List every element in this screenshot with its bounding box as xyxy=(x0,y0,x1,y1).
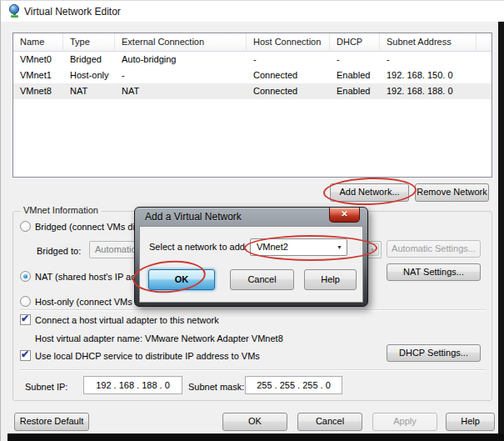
table-header: Name Type External Connection Host Conne… xyxy=(13,33,492,52)
host-only-label: Host-only (connect VMs i xyxy=(35,297,137,307)
remove-network-button[interactable]: Remove Network xyxy=(415,183,489,202)
dialog-title: Add a Virtual Network xyxy=(145,211,242,223)
separator xyxy=(20,309,487,311)
window-edge-bottom xyxy=(7,433,504,441)
network-select-combobox[interactable]: VMnet2 ▼ xyxy=(250,238,347,256)
add-network-button[interactable]: Add Network... xyxy=(330,183,409,202)
cancel-button[interactable]: Cancel xyxy=(297,413,362,431)
nat-settings-button[interactable]: NAT Settings... xyxy=(387,263,481,281)
subnet-mask-label: Subnet mask: xyxy=(188,382,244,392)
subnet-mask-input[interactable]: 255 . 255 . 255 . 0 xyxy=(245,376,342,394)
dialog-body: Select a network to add: VMnet2 ▼ OK Can… xyxy=(139,226,363,303)
table-row-vmnet1[interactable]: VMnet1 Host-only - Connected Enabled 192… xyxy=(13,68,492,83)
close-button[interactable]: ✕ xyxy=(329,208,360,223)
col-host-connection[interactable]: Host Connection xyxy=(247,33,330,52)
dialog-cancel-button[interactable]: Cancel xyxy=(230,269,294,290)
titlebar: Virtual Network Editor xyxy=(1,1,504,22)
connect-adapter-label: Connect a host virtual adapter to this n… xyxy=(35,315,219,325)
restore-default-button[interactable]: Restore Default xyxy=(14,413,89,431)
col-dhcp[interactable]: DHCP xyxy=(330,33,380,52)
check-icon: ✔ xyxy=(21,348,29,360)
help-button[interactable]: Help xyxy=(446,413,495,431)
selected-network-value: VMnet2 xyxy=(257,242,288,252)
bridged-radio[interactable] xyxy=(20,221,31,232)
use-dhcp-checkbox[interactable]: ✔ xyxy=(20,350,31,361)
col-type[interactable]: Type xyxy=(63,33,115,52)
check-icon: ✔ xyxy=(21,313,29,324)
nat-radio[interactable] xyxy=(20,271,31,282)
window-title: Virtual Network Editor xyxy=(24,6,121,18)
ok-button[interactable]: OK xyxy=(222,413,287,431)
connect-adapter-checkbox[interactable]: ✔ xyxy=(20,314,31,325)
host-only-radio[interactable] xyxy=(20,296,31,307)
subnet-ip-label: Subnet IP: xyxy=(25,382,67,392)
col-subnet[interactable]: Subnet Address xyxy=(380,33,477,52)
col-name[interactable]: Name xyxy=(13,33,63,52)
col-filler xyxy=(477,33,492,52)
subnet-ip-input[interactable]: 192 . 168 . 188 . 0 xyxy=(83,376,182,394)
col-external[interactable]: External Connection xyxy=(115,33,247,52)
nat-label: NAT (shared host's IP ad xyxy=(35,272,136,282)
table-row-vmnet0[interactable]: VMnet0 Bridged Auto-bridging - - - xyxy=(13,52,492,68)
separator xyxy=(20,369,487,371)
network-table: Name Type External Connection Host Conne… xyxy=(12,33,492,178)
adapter-name-text: Host virtual adapter name: VMware Networ… xyxy=(35,333,283,343)
dhcp-settings-button[interactable]: DHCP Settings... xyxy=(387,344,481,362)
automatic-settings-button: Automatic Settings... xyxy=(387,240,481,258)
chevron-down-icon: ▼ xyxy=(337,244,342,250)
close-icon: ✕ xyxy=(341,209,347,218)
dialog-ok-button[interactable]: OK xyxy=(148,269,215,290)
table-row-vmnet8[interactable]: VMnet8 NAT NAT Connected Enabled 192. 16… xyxy=(13,83,492,99)
bridged-label: Bridged (connect VMs dir xyxy=(35,222,138,232)
apply-button: Apply xyxy=(372,413,437,431)
group-label: VMnet Information xyxy=(20,205,102,215)
select-network-label: Select a network to add: xyxy=(149,242,247,252)
window-edge-right xyxy=(498,22,504,433)
use-dhcp-label: Use local DHCP service to distribute IP … xyxy=(35,351,260,361)
virtual-network-editor-window: Virtual Network Editor Name Type Externa… xyxy=(0,0,504,441)
dialog-help-button[interactable]: Help xyxy=(304,269,357,290)
add-virtual-network-dialog: Add a Virtual Network ✕ Select a network… xyxy=(134,207,368,307)
bridged-to-label: Bridged to: xyxy=(37,246,81,256)
vmware-network-icon xyxy=(8,4,22,18)
